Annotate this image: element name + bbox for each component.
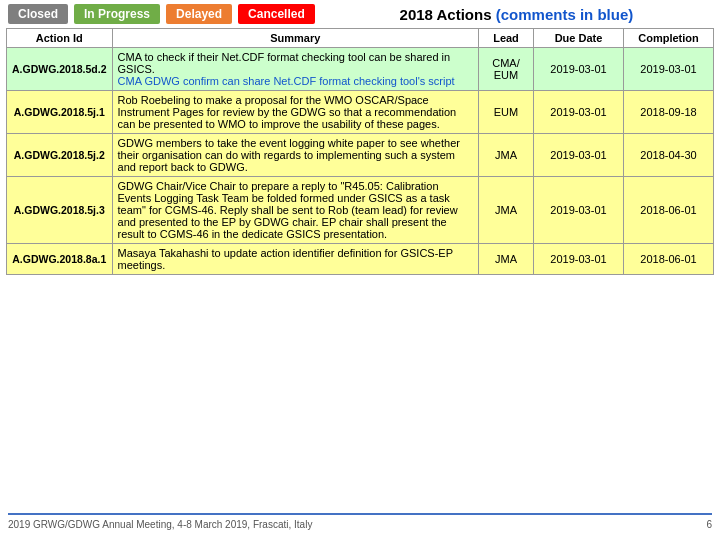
action-id-cell: A.GDWG.2018.5j.2: [7, 134, 113, 177]
completion-cell: 2018-06-01: [624, 244, 714, 275]
due-date-cell: 2019-03-01: [534, 48, 624, 91]
lead-cell: JMA: [479, 244, 534, 275]
footer-left: 2019 GRWG/GDWG Annual Meeting, 4-8 March…: [8, 519, 312, 530]
table-row: A.GDWG.2018.5j.2GDWG members to take the…: [7, 134, 714, 177]
footer-page-number: 6: [706, 519, 712, 530]
action-id-cell: A.GDWG.2018.5j.1: [7, 91, 113, 134]
lead-cell: JMA: [479, 134, 534, 177]
badge-delayed: Delayed: [166, 4, 232, 24]
action-id-cell: A.GDWG.2018.5d.2: [7, 48, 113, 91]
table-row: A.GDWG.2018.5j.3GDWG Chair/Vice Chair to…: [7, 177, 714, 244]
lead-cell: EUM: [479, 91, 534, 134]
col-summary: Summary: [112, 29, 478, 48]
due-date-cell: 2019-03-01: [534, 244, 624, 275]
lead-cell: CMA/ EUM: [479, 48, 534, 91]
badge-closed: Closed: [8, 4, 68, 24]
completion-cell: 2018-06-01: [624, 177, 714, 244]
col-lead: Lead: [479, 29, 534, 48]
summary-cell: Rob Roebeling to make a proposal for the…: [112, 91, 478, 134]
lead-cell: JMA: [479, 177, 534, 244]
badge-in-progress: In Progress: [74, 4, 160, 24]
footer: 2019 GRWG/GDWG Annual Meeting, 4-8 March…: [8, 513, 712, 530]
action-id-cell: A.GDWG.2018.5j.3: [7, 177, 113, 244]
actions-table: Action Id Summary Lead Due Date Completi…: [6, 28, 714, 275]
table-row: A.GDWG.2018.5j.1Rob Roebeling to make a …: [7, 91, 714, 134]
table-row: A.GDWG.2018.8a.1Masaya Takahashi to upda…: [7, 244, 714, 275]
action-id-cell: A.GDWG.2018.8a.1: [7, 244, 113, 275]
summary-cell: Masaya Takahashi to update action identi…: [112, 244, 478, 275]
col-due-date: Due Date: [534, 29, 624, 48]
summary-cell: GDWG Chair/Vice Chair to prepare a reply…: [112, 177, 478, 244]
completion-cell: 2018-09-18: [624, 91, 714, 134]
col-completion: Completion: [624, 29, 714, 48]
completion-cell: 2018-04-30: [624, 134, 714, 177]
page-title: 2018 Actions (comments in blue): [321, 6, 712, 23]
table-container: Action Id Summary Lead Due Date Completi…: [0, 28, 720, 275]
summary-cell: CMA to check if their Net.CDF format che…: [112, 48, 478, 91]
badge-cancelled: Cancelled: [238, 4, 315, 24]
due-date-cell: 2019-03-01: [534, 91, 624, 134]
table-row: A.GDWG.2018.5d.2CMA to check if their Ne…: [7, 48, 714, 91]
due-date-cell: 2019-03-01: [534, 134, 624, 177]
due-date-cell: 2019-03-01: [534, 177, 624, 244]
col-action-id: Action Id: [7, 29, 113, 48]
summary-cell: GDWG members to take the event logging w…: [112, 134, 478, 177]
completion-cell: 2019-03-01: [624, 48, 714, 91]
header-bar: Closed In Progress Delayed Cancelled 201…: [0, 0, 720, 28]
